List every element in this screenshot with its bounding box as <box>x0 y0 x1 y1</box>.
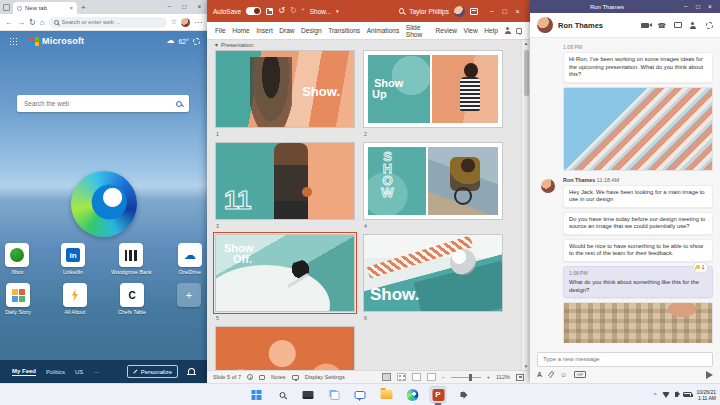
notifications-bell-icon[interactable] <box>188 368 195 375</box>
fit-slide-to-window-icon[interactable] <box>516 374 524 381</box>
share-icon[interactable] <box>504 27 509 34</box>
browser-menu-icon[interactable]: ⋯ <box>194 18 202 27</box>
scroll-down-icon[interactable]: ▼ <box>524 364 528 369</box>
address-bar[interactable] <box>49 17 167 28</box>
chat-options-icon[interactable] <box>706 22 713 29</box>
add-person-icon[interactable] <box>690 22 698 29</box>
contact-avatar[interactable] <box>537 17 553 33</box>
edge-taskbar-button[interactable] <box>404 386 421 403</box>
ribbon-tab-review[interactable]: Review <box>435 27 457 34</box>
gif-icon[interactable]: GIF <box>574 371 585 378</box>
ribbon-tab-animations[interactable]: Animations <box>367 27 400 34</box>
refresh-icon[interactable]: ↻ <box>29 18 36 27</box>
account-avatar[interactable] <box>454 6 465 17</box>
title-dropdown-caret-icon[interactable]: ▾ <box>336 8 339 14</box>
taskbar-clock[interactable]: 10/26/21 1:11 AM <box>697 389 716 401</box>
undo-icon[interactable]: ↺ <box>278 7 285 15</box>
scrollbar-thumb[interactable] <box>524 50 529 96</box>
ppt-close-button[interactable]: × <box>511 8 524 15</box>
file-explorer-button[interactable] <box>378 386 395 403</box>
video-call-icon[interactable] <box>641 23 649 28</box>
web-search-box[interactable] <box>17 95 189 112</box>
forward-icon[interactable]: → <box>17 18 25 27</box>
reading-view-button[interactable] <box>412 373 421 381</box>
browser-tab-new-tab[interactable]: New tab × <box>13 2 77 14</box>
shared-image-model[interactable] <box>563 302 713 343</box>
ribbon-tab-design[interactable]: Design <box>301 27 322 34</box>
save-icon[interactable] <box>266 8 273 15</box>
shortcut-xbox[interactable]: Xbox <box>0 243 35 275</box>
chat-button[interactable] <box>352 386 369 403</box>
slide-thumbnail-5-selected[interactable]: Show Off. <box>215 234 355 312</box>
ribbon-tab-slide-show[interactable]: Slide Show <box>406 24 429 38</box>
edge-maximize-button[interactable]: □ <box>177 0 192 14</box>
ribbon-tab-help[interactable]: Help <box>484 27 498 34</box>
ribbon-tab-file[interactable]: File <box>215 27 226 34</box>
shortcut-all-about[interactable]: All About <box>57 283 93 315</box>
zoom-level[interactable]: 112% <box>496 374 510 380</box>
page-settings-gear-icon[interactable] <box>193 38 200 45</box>
emoji-icon[interactable]: ☺ <box>560 371 567 378</box>
edge-close-button[interactable]: × <box>192 0 207 14</box>
personalize-button[interactable]: Personalize <box>127 365 178 378</box>
battery-icon[interactable] <box>683 392 692 397</box>
ribbon-tab-view[interactable]: View <box>464 27 478 34</box>
sender-avatar[interactable] <box>541 179 555 193</box>
new-tab-button[interactable]: + <box>81 3 86 12</box>
zoom-in-icon[interactable]: + <box>487 374 490 380</box>
teams-close-button[interactable]: × <box>704 3 716 10</box>
ribbon-tab-home[interactable]: Home <box>232 27 250 34</box>
accessibility-icon[interactable] <box>247 374 253 380</box>
shortcut-woodgrove-bank[interactable]: Woodgrove Bank <box>111 243 151 275</box>
shared-image-building[interactable] <box>563 87 713 171</box>
reaction-badge[interactable]: 1 <box>693 262 708 274</box>
browser-app-icon[interactable] <box>3 4 10 11</box>
shortcut-daily-story[interactable]: Daily Story <box>0 283 36 315</box>
edge-minimize-button[interactable]: − <box>162 0 177 14</box>
notes-button[interactable]: Notes <box>271 374 286 380</box>
wifi-icon[interactable] <box>662 392 670 398</box>
tab-close-icon[interactable]: × <box>69 5 73 11</box>
feed-tab-my-feed[interactable]: My Feed <box>12 368 36 376</box>
taskbar-search-button[interactable] <box>274 386 291 403</box>
task-view-button[interactable] <box>326 386 343 403</box>
search-submit-icon[interactable] <box>176 101 182 107</box>
app-launcher-waffle-icon[interactable] <box>9 37 18 46</box>
ribbon-display-options-icon[interactable] <box>470 8 478 15</box>
autosave-toggle[interactable] <box>246 7 261 15</box>
feed-more-icon[interactable]: ··· <box>93 369 99 375</box>
redo-icon[interactable]: ↻ <box>290 7 297 15</box>
add-shortcut-tile[interactable]: + <box>171 283 207 315</box>
ribbon-tab-insert[interactable]: Insert <box>256 27 273 34</box>
account-name[interactable]: Taylor Phillips <box>409 8 449 15</box>
ribbon-tab-draw[interactable]: Draw <box>279 27 294 34</box>
vertical-scrollbar[interactable]: ▲ ▼ <box>521 40 530 370</box>
section-collapse-caret-icon[interactable]: ▾ <box>215 42 218 48</box>
section-header[interactable]: ▾ Presentation <box>215 42 253 48</box>
format-icon[interactable]: A <box>537 371 542 378</box>
ribbon-tab-transitions[interactable]: Transitions <box>328 27 360 34</box>
display-settings-button[interactable]: Display Settings <box>305 374 345 380</box>
tray-overflow-chevron-icon[interactable]: ^ <box>654 392 657 398</box>
zoom-slider-thumb[interactable] <box>469 374 472 381</box>
microsoft-logo[interactable]: Microsoft <box>30 36 84 46</box>
teams-maximize-button[interactable]: □ <box>692 3 704 10</box>
message-input[interactable] <box>537 352 713 367</box>
slide-thumbnail-6[interactable]: Show. <box>363 234 503 312</box>
weather-widget[interactable]: ☁ 62° <box>166 37 200 45</box>
profile-avatar[interactable] <box>181 18 190 27</box>
slideshow-view-button[interactable] <box>427 373 436 381</box>
scroll-up-icon[interactable]: ▲ <box>524 41 528 46</box>
slide-thumbnail-3[interactable]: 11 <box>215 142 355 220</box>
address-input[interactable] <box>62 19 162 25</box>
slide-thumbnail-7[interactable] <box>215 326 355 370</box>
document-title[interactable]: Show... <box>310 8 331 15</box>
comments-icon[interactable] <box>516 28 522 34</box>
teams-minimize-button[interactable]: − <box>680 3 692 10</box>
zoom-out-icon[interactable]: − <box>442 374 445 380</box>
shortcut-onedrive[interactable]: ☁ OneDrive <box>172 243 207 275</box>
shortcut-linkedin[interactable]: in LinkedIn <box>56 243 91 275</box>
taskbar-app-dark[interactable] <box>300 386 317 403</box>
feed-tab-politics[interactable]: Politics <box>46 369 65 375</box>
audio-call-icon[interactable]: ☎ <box>657 22 666 29</box>
